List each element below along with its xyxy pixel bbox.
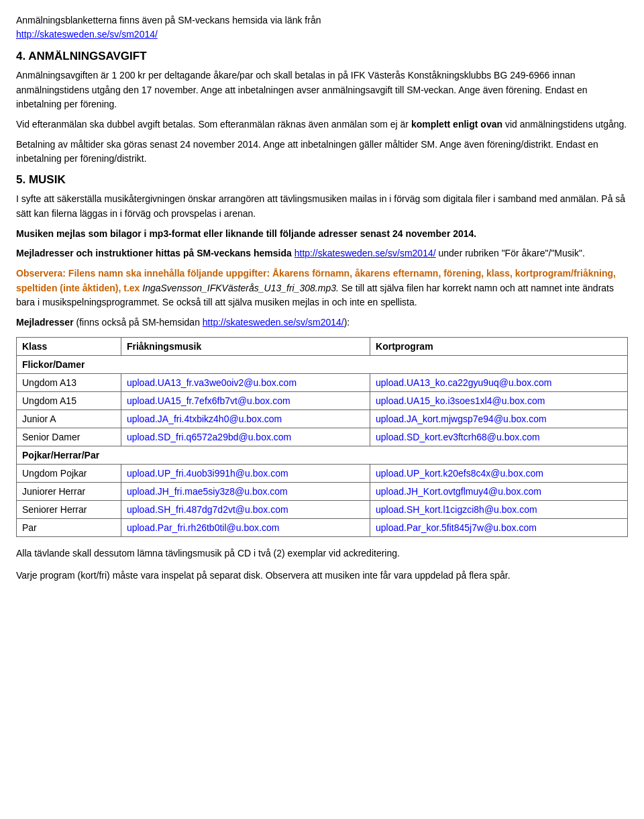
section-pojkar-label: Pojkar/Herrar/Par [17, 446, 628, 464]
fri-email-link[interactable]: upload.JA_fri.4txbikz4h0@u.box.com [127, 414, 282, 424]
col-klass: Klass [17, 337, 121, 355]
kort-cell: upload.SD_kort.ev3ftcrh68@u.box.com [370, 428, 628, 446]
section4-heading: 4. ANMÄLNINGSAVGIFT [16, 50, 628, 63]
email-table: Klass Friåkningsmusik Kortprogram Flicko… [16, 337, 628, 537]
fri-cell: upload.JA_fri.4txbikz4h0@u.box.com [121, 410, 370, 428]
kort-email-link[interactable]: upload.SD_kort.ev3ftcrh68@u.box.com [376, 432, 540, 442]
section4-para2: Vid efteranmälan ska dubbel avgift betal… [16, 117, 628, 132]
section4-para1: Anmälningsavgiften är 1 200 kr per delta… [16, 68, 628, 112]
mejladresser-intro: Mejladresser (finns också på SM-hemsidan… [16, 316, 628, 330]
section4-para2-start: Vid efteranmälan ska dubbel avgift betal… [16, 119, 195, 130]
klass-cell: Seniorer Herrar [17, 500, 121, 518]
kort-email-link[interactable]: upload.Par_kor.5fit845j7w@u.box.com [376, 522, 537, 533]
bottom-para1: Alla tävlande skall dessutom lämna tävli… [16, 546, 628, 561]
bottom-para2: Varje program (kort/fri) måste vara insp… [16, 569, 628, 583]
fri-email-link[interactable]: upload.UA13_fr.va3we0oiv2@u.box.com [127, 377, 297, 388]
table-row: Junior Aupload.JA_fri.4txbikz4h0@u.box.c… [17, 410, 628, 428]
mejladresser-link[interactable]: http://skatesweden.se/sv/sm2014/ [203, 317, 344, 328]
intro-paragraph: Anmälningsblanketterna finns även på SM-… [16, 13, 628, 42]
fri-cell: upload.UA15_fr.7efx6fb7vt@u.box.com [121, 391, 370, 410]
section5-observera: Observera: Filens namn ska innehålla föl… [16, 267, 628, 310]
mejladresser-label: Mejladresser [16, 317, 74, 328]
section4-para2-c: vid anmälningstidens utgång. [502, 119, 627, 130]
table-row: Seniorer Herrarupload.SH_fri.487dg7d2vt@… [17, 500, 628, 518]
example-italic: IngaSvensson_IFKVästerås_U13_fri_308.mp3… [142, 283, 339, 293]
fri-email-link[interactable]: upload.UP_fri.4uob3i991h@u.box.com [127, 468, 288, 479]
klass-cell: Ungdom Pojkar [17, 464, 121, 482]
kort-cell: upload.UA15_ko.i3soes1xl4@u.box.com [370, 391, 628, 410]
kort-cell: upload.Par_kor.5fit845j7w@u.box.com [370, 518, 628, 536]
klass-cell: Senior Damer [17, 428, 121, 446]
fri-cell: upload.SH_fri.487dg7d2vt@u.box.com [121, 500, 370, 518]
intro-text-line1: Anmälningsblanketterna finns även på SM-… [16, 15, 321, 26]
section5-heading: 5. MUSIK [16, 173, 628, 187]
kort-email-link[interactable]: upload.UA15_ko.i3soes1xl4@u.box.com [376, 395, 545, 406]
kort-cell: upload.UA13_ko.ca22gyu9uq@u.box.com [370, 373, 628, 391]
table-row: Senior Damerupload.SD_fri.q6572a29bd@u.b… [17, 428, 628, 446]
fri-email-link[interactable]: upload.SH_fri.487dg7d2vt@u.box.com [127, 504, 288, 515]
klass-cell: Ungdom A15 [17, 391, 121, 410]
section-pojkar-row: Pojkar/Herrar/Par [17, 446, 628, 464]
fri-email-link[interactable]: upload.Par_fri.rh26tb0til@u.box.com [127, 522, 279, 533]
kort-email-link[interactable]: upload.JA_kort.mjwgsp7e94@u.box.com [376, 414, 547, 424]
section5-para1: I syfte att säkerställa musikåtergivning… [16, 192, 628, 221]
mejladresser-text2: (finns också på SM-hemsidan [74, 317, 203, 328]
table-row: Ungdom A15upload.UA15_fr.7efx6fb7vt@u.bo… [17, 391, 628, 410]
kort-cell: upload.UP_kort.k20efs8c4x@u.box.com [370, 464, 628, 482]
section4-para2-bold: komplett enligt ovan [411, 119, 502, 130]
kort-email-link[interactable]: upload.UA13_ko.ca22gyu9uq@u.box.com [376, 377, 552, 388]
section-flickor-label: Flickor/Damer [17, 355, 628, 373]
fri-email-link[interactable]: upload.SD_fri.q6572a29bd@u.box.com [127, 432, 291, 442]
section5-para3: Mejladresser och instruktioner hittas på… [16, 246, 628, 261]
kort-cell: upload.JA_kort.mjwgsp7e94@u.box.com [370, 410, 628, 428]
section5-para3-link[interactable]: http://skatesweden.se/sv/sm2014/ [294, 248, 436, 258]
mejladresser-text3: ): [344, 317, 350, 328]
section4-para2-b: Som efteranmälan räknas även anmälan som… [198, 119, 411, 130]
klass-cell: Junior A [17, 410, 121, 428]
fri-email-link[interactable]: upload.JH_fri.mae5siy3z8@u.box.com [127, 486, 288, 497]
intro-link[interactable]: http://skatesweden.se/sv/sm2014/ [16, 29, 158, 40]
table-row: Ungdom A13upload.UA13_fr.va3we0oiv2@u.bo… [17, 373, 628, 391]
fri-email-link[interactable]: upload.UA15_fr.7efx6fb7vt@u.box.com [127, 395, 290, 406]
section5-para2-bold: Musiken mejlas som bilagor i mp3-format … [16, 228, 476, 239]
section-flickor-row: Flickor/Damer [17, 355, 628, 373]
kort-email-link[interactable]: upload.UP_kort.k20efs8c4x@u.box.com [376, 468, 543, 479]
klass-cell: Par [17, 518, 121, 536]
table-row: Juniorer Herrarupload.JH_fri.mae5siy3z8@… [17, 482, 628, 500]
fri-cell: upload.UP_fri.4uob3i991h@u.box.com [121, 464, 370, 482]
table-row: Parupload.Par_fri.rh26tb0til@u.box.comup… [17, 518, 628, 536]
kort-cell: upload.SH_kort.l1cigzci8h@u.box.com [370, 500, 628, 518]
table-row: Ungdom Pojkarupload.UP_fri.4uob3i991h@u.… [17, 464, 628, 482]
fri-cell: upload.Par_fri.rh26tb0til@u.box.com [121, 518, 370, 536]
section5-para3-bold: Mejladresser och instruktioner hittas på… [16, 248, 292, 258]
kort-email-link[interactable]: upload.JH_Kort.ovtgflmuy4@u.box.com [376, 486, 541, 497]
klass-cell: Juniorer Herrar [17, 482, 121, 500]
kort-cell: upload.JH_Kort.ovtgflmuy4@u.box.com [370, 482, 628, 500]
section5-para3-end: under rubriken "För åkare"/"Musik". [438, 248, 584, 258]
col-friakningsmusik: Friåkningsmusik [121, 337, 370, 355]
col-kortprogram: Kortprogram [370, 337, 628, 355]
kort-email-link[interactable]: upload.SH_kort.l1cigzci8h@u.box.com [376, 504, 537, 515]
fri-cell: upload.SD_fri.q6572a29bd@u.box.com [121, 428, 370, 446]
observera-label: Observera: [16, 268, 66, 279]
section4-para3: Betalning av måltider ska göras senast 2… [16, 138, 628, 166]
klass-cell: Ungdom A13 [17, 373, 121, 391]
section5-para2: Musiken mejlas som bilagor i mp3-format … [16, 227, 628, 242]
table-header-row: Klass Friåkningsmusik Kortprogram [17, 337, 628, 355]
fri-cell: upload.UA13_fr.va3we0oiv2@u.box.com [121, 373, 370, 391]
fri-cell: upload.JH_fri.mae5siy3z8@u.box.com [121, 482, 370, 500]
